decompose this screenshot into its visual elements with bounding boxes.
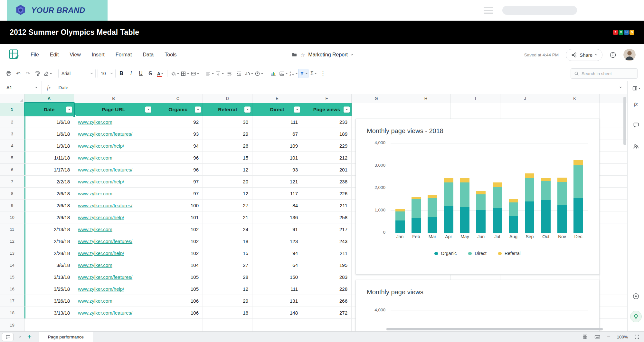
column-header-C[interactable]: C xyxy=(153,94,203,103)
column-filter-button[interactable] xyxy=(294,106,300,112)
search-in-sheet-input[interactable]: Search in sheet xyxy=(571,68,638,79)
data-cell[interactable]: 24 xyxy=(203,223,252,235)
data-cell[interactable]: 96 xyxy=(153,152,203,164)
data-cell[interactable]: www.zylker.com/features/ xyxy=(74,164,153,176)
empty-cell[interactable] xyxy=(500,103,550,116)
indent-button[interactable] xyxy=(234,69,244,78)
table-header-referral[interactable]: Referral xyxy=(203,103,252,116)
column-filter-button[interactable] xyxy=(145,106,151,112)
column-filter-button[interactable] xyxy=(344,106,350,112)
redo-button[interactable]: ↷ xyxy=(23,69,33,78)
page-url-link[interactable]: www.zylker.com xyxy=(78,155,112,161)
data-cell[interactable]: 106 xyxy=(153,307,203,319)
data-cell[interactable]: 2/9/18 xyxy=(24,211,74,223)
topbar-search-pill[interactable] xyxy=(502,6,577,15)
sheet-list-icon[interactable] xyxy=(19,336,21,338)
page-url-link[interactable]: www.zylker.com/features/ xyxy=(78,167,132,172)
empty-cell[interactable] xyxy=(302,319,352,331)
data-cell[interactable]: 29 xyxy=(203,295,252,307)
data-cell[interactable]: 97 xyxy=(153,188,203,200)
select-all-corner[interactable] xyxy=(0,94,24,103)
data-cell[interactable]: 93 xyxy=(252,164,302,176)
zia-focus-icon[interactable] xyxy=(632,293,639,300)
column-header-I[interactable]: I xyxy=(451,94,500,103)
data-cell[interactable]: 26 xyxy=(203,140,252,152)
vertical-align-button[interactable] xyxy=(214,69,224,78)
row-header-13[interactable]: 13 xyxy=(0,247,24,259)
menu-view[interactable]: View xyxy=(64,49,86,60)
keyboard-shortcuts-icon[interactable] xyxy=(594,334,601,339)
data-cell[interactable]: 150 xyxy=(252,271,302,283)
data-cell[interactable]: 217 xyxy=(302,223,352,235)
menu-tools[interactable]: Tools xyxy=(159,49,182,60)
data-cell[interactable]: www.zylker.com/help/ xyxy=(74,283,153,295)
data-cell[interactable]: www.zylker.com xyxy=(74,116,153,128)
data-cell[interactable]: 111 xyxy=(252,116,302,128)
data-cell[interactable]: 91 xyxy=(252,223,302,235)
insert-chart-button[interactable] xyxy=(269,69,278,78)
row-header-8[interactable]: 8 xyxy=(0,188,24,200)
data-cell[interactable]: 97 xyxy=(153,176,203,188)
menu-edit[interactable]: Edit xyxy=(44,49,64,60)
font-family-select[interactable]: Arial xyxy=(58,69,96,78)
data-cell[interactable]: www.zylker.com/help/ xyxy=(74,140,153,152)
data-cell[interactable]: 18 xyxy=(203,235,252,247)
data-cell[interactable]: 2/2/18 xyxy=(24,176,74,188)
data-cell[interactable]: 20 xyxy=(203,176,252,188)
empty-cell[interactable] xyxy=(451,103,500,116)
fill-color-button[interactable] xyxy=(170,69,180,78)
data-cell[interactable]: 283 xyxy=(302,271,352,283)
data-cell[interactable]: 3/26/18 xyxy=(24,295,74,307)
data-cell[interactable]: www.zylker.com xyxy=(74,223,153,235)
star-icon[interactable]: ☆ xyxy=(300,52,305,58)
page-url-link[interactable]: www.zylker.com/help/ xyxy=(78,286,124,292)
side-panel-toggle-icon[interactable] xyxy=(632,86,640,91)
row-header-9[interactable]: 9 xyxy=(0,200,24,211)
italic-button[interactable]: I xyxy=(126,69,136,78)
row-header-1[interactable]: 1 xyxy=(0,103,24,116)
data-cell[interactable]: www.zylker.com/features/ xyxy=(74,128,153,140)
font-size-select[interactable]: 10 xyxy=(98,69,116,78)
data-cell[interactable]: 109 xyxy=(252,140,302,152)
data-cell[interactable]: 266 xyxy=(302,295,352,307)
empty-cell[interactable] xyxy=(352,103,401,116)
column-header-F[interactable]: F xyxy=(302,94,352,103)
row-header-10[interactable]: 10 xyxy=(0,211,24,223)
underline-button[interactable]: U xyxy=(136,69,146,78)
bold-button[interactable]: B xyxy=(117,69,126,78)
page-url-link[interactable]: www.zylker.com/help/ xyxy=(78,215,124,220)
row-header-19[interactable]: 19 xyxy=(0,319,24,331)
vertical-scrollbar[interactable] xyxy=(623,97,626,145)
data-cell[interactable]: 3/6/18 xyxy=(24,259,74,271)
zoom-level[interactable]: 100% xyxy=(617,335,628,339)
add-sheet-button[interactable]: + xyxy=(27,334,32,340)
data-cell[interactable]: 2/6/18 xyxy=(24,188,74,200)
row-header-5[interactable]: 5 xyxy=(0,152,24,164)
page-url-link[interactable]: www.zylker.com/features/ xyxy=(78,203,132,208)
row-header-18[interactable]: 18 xyxy=(0,307,24,319)
row-header-11[interactable]: 11 xyxy=(0,223,24,235)
column-filter-button[interactable] xyxy=(195,106,201,112)
data-cell[interactable]: www.zylker.com xyxy=(74,259,153,271)
table-header-page-url[interactable]: Page URL xyxy=(74,103,153,116)
strikethrough-button[interactable]: S xyxy=(146,69,155,78)
column-header-D[interactable]: D xyxy=(203,94,252,103)
empty-cell[interactable] xyxy=(153,319,203,331)
data-cell[interactable]: 111 xyxy=(252,283,302,295)
functions-panel-icon[interactable]: fx xyxy=(634,101,638,107)
data-cell[interactable]: 27 xyxy=(203,200,252,211)
empty-cell[interactable] xyxy=(203,319,252,331)
data-cell[interactable]: 212 xyxy=(302,152,352,164)
data-cell[interactable]: 94 xyxy=(252,247,302,259)
collaborators-panel-icon[interactable] xyxy=(633,143,639,150)
data-cell[interactable]: 28 xyxy=(203,271,252,283)
data-cell[interactable]: 2/16/18 xyxy=(24,235,74,247)
page-url-link[interactable]: www.zylker.com/features/ xyxy=(78,131,132,137)
menu-data[interactable]: Data xyxy=(137,49,159,60)
empty-cell[interactable] xyxy=(24,319,74,331)
chart-object-monthly[interactable]: Monthly page views 4,000 xyxy=(355,280,600,331)
data-cell[interactable]: 101 xyxy=(252,152,302,164)
empty-cell[interactable] xyxy=(74,319,153,331)
column-header-H[interactable]: H xyxy=(401,94,451,103)
data-cell[interactable]: 131 xyxy=(252,295,302,307)
